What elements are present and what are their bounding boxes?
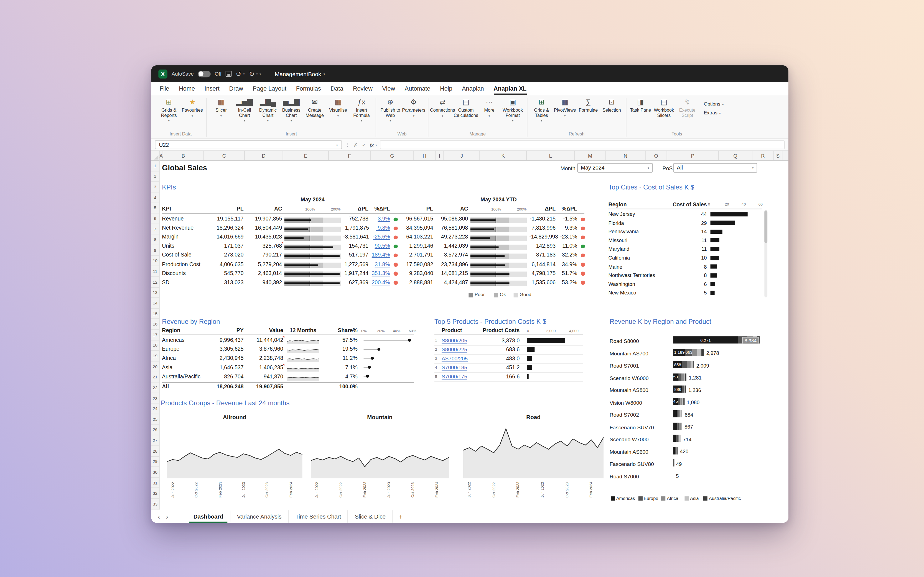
select-all-corner[interactable] bbox=[151, 151, 159, 161]
ribbon-button-grids-reports[interactable]: ⊞Grids & Reports▾ bbox=[157, 97, 181, 122]
row-header-30[interactable]: 30 bbox=[151, 467, 159, 477]
tabs-scroll-left-icon[interactable]: ‹ bbox=[155, 513, 163, 520]
row-header-26[interactable]: 26 bbox=[151, 425, 159, 435]
row-header-21[interactable]: 21 bbox=[151, 372, 159, 382]
row-header-23[interactable]: 23 bbox=[151, 393, 159, 404]
ribbon-button-dynamic-chart[interactable]: ▂▇▄Dynamic Chart▾ bbox=[256, 97, 279, 122]
ribbon-button-business-chart[interactable]: ▅▂▇Business Chart▾ bbox=[280, 97, 303, 122]
row-header-20[interactable]: 20 bbox=[151, 361, 159, 372]
row-header-9[interactable]: 9 bbox=[151, 245, 159, 256]
save-icon[interactable] bbox=[226, 71, 232, 77]
column-header-f[interactable]: F bbox=[329, 151, 371, 160]
row-header-13[interactable]: 13 bbox=[151, 287, 159, 298]
row-header-17[interactable]: 17 bbox=[151, 330, 159, 340]
formula-input[interactable] bbox=[380, 140, 785, 149]
add-sheet-button[interactable]: + bbox=[393, 513, 409, 520]
menu-tab-formulas[interactable]: Formulas bbox=[291, 83, 326, 94]
cancel-icon[interactable]: ✗ bbox=[353, 142, 359, 148]
ribbon-button-connections[interactable]: ⇄Connections▾ bbox=[431, 97, 454, 117]
ribbon-button-options[interactable]: Options▾ bbox=[704, 102, 724, 106]
row-header-28[interactable]: 28 bbox=[151, 446, 159, 456]
tp-product-link[interactable]: S8000/225 bbox=[442, 347, 467, 353]
menu-tab-data[interactable]: Data bbox=[326, 83, 348, 94]
column-header-j[interactable]: J bbox=[444, 151, 480, 160]
ribbon-button-formulae[interactable]: ∑Formulae bbox=[577, 97, 600, 113]
column-header-e[interactable]: E bbox=[283, 151, 329, 160]
menu-tab-anaplan[interactable]: Anaplan bbox=[457, 83, 489, 94]
tp-product-link[interactable]: S8000/205 bbox=[442, 338, 467, 344]
column-header-a[interactable]: A bbox=[160, 151, 163, 160]
ribbon-button-create-message[interactable]: ✉Create Message bbox=[303, 97, 326, 118]
row-header-16[interactable]: 16 bbox=[151, 319, 159, 330]
name-box[interactable]: U22▾ bbox=[155, 140, 342, 149]
quick-access-caret-icon[interactable]: ▾ bbox=[260, 72, 261, 76]
column-header-n[interactable]: N bbox=[606, 151, 646, 160]
column-header-o[interactable]: O bbox=[646, 151, 667, 160]
ribbon-button-favourites[interactable]: ★Favourites▾ bbox=[181, 97, 204, 117]
row-header-5[interactable]: 5 bbox=[151, 203, 159, 214]
sheet-tab-variance-analysis[interactable]: Variance Analysis bbox=[230, 510, 289, 523]
column-header-c[interactable]: C bbox=[204, 151, 245, 160]
undo-caret-icon[interactable]: ▾ bbox=[243, 72, 244, 76]
ribbon-button-parameters[interactable]: ⚙Parameters▾ bbox=[402, 97, 425, 117]
column-header-m[interactable]: M bbox=[575, 151, 606, 160]
sheet-tab-slice-dice[interactable]: Slice & Dice bbox=[348, 510, 393, 523]
redo-icon[interactable]: ↻ bbox=[249, 70, 255, 77]
row-header-32[interactable]: 32 bbox=[151, 488, 159, 499]
ribbon-button-custom-calculations[interactable]: ▤Custom Calculations bbox=[454, 97, 477, 118]
column-header-h[interactable]: H bbox=[414, 151, 436, 160]
ribbon-button-workbook-slicers[interactable]: ▤Workbook Slicers bbox=[652, 97, 675, 118]
menu-tab-home[interactable]: Home bbox=[174, 83, 200, 94]
tp-product-link[interactable]: S7000/175 bbox=[442, 373, 467, 379]
menu-tab-view[interactable]: View bbox=[377, 83, 400, 94]
column-header-g[interactable]: G bbox=[371, 151, 414, 160]
menu-tab-review[interactable]: Review bbox=[348, 83, 378, 94]
sheet-tab-dashboard[interactable]: Dashboard bbox=[187, 510, 230, 523]
ribbon-button-workbook-format[interactable]: ▣Workbook Format▾ bbox=[501, 97, 524, 122]
pos-filter-select[interactable]: All▾ bbox=[673, 163, 757, 173]
kpi-pct-link[interactable]: 3.9% bbox=[371, 216, 390, 222]
kpi-pct-link[interactable]: -9.8% bbox=[371, 225, 390, 231]
row-header-31[interactable]: 31 bbox=[151, 477, 159, 488]
autosave-toggle[interactable] bbox=[198, 70, 210, 77]
menu-tab-draw[interactable]: Draw bbox=[224, 83, 248, 94]
row-header-27[interactable]: 27 bbox=[151, 435, 159, 446]
row-header-7[interactable]: 7 bbox=[151, 224, 159, 235]
ribbon-button-more[interactable]: ⋯More▾ bbox=[478, 97, 501, 117]
menu-tab-file[interactable]: File bbox=[155, 83, 174, 94]
kpi-pct-link[interactable]: 31.8% bbox=[371, 261, 390, 267]
ribbon-button-grids-tables[interactable]: ⊞Grids & Tables▾ bbox=[530, 97, 553, 122]
sheet-tab-time-series-chart[interactable]: Time Series Chart bbox=[289, 510, 349, 523]
ribbon-button-task-pane[interactable]: ◨Task Pane bbox=[629, 97, 652, 113]
row-header-22[interactable]: 22 bbox=[151, 382, 159, 393]
row-header-25[interactable]: 25 bbox=[151, 414, 159, 425]
tabs-scroll-right-icon[interactable]: › bbox=[163, 513, 171, 520]
kpi-pct-link[interactable]: -25.6% bbox=[371, 234, 390, 240]
column-header-q[interactable]: Q bbox=[719, 151, 753, 160]
top-cities-scrollbar[interactable] bbox=[764, 210, 767, 298]
column-header-l[interactable]: L bbox=[527, 151, 575, 160]
menu-tab-insert[interactable]: Insert bbox=[200, 83, 224, 94]
row-header-2[interactable]: 2 bbox=[151, 171, 159, 182]
tp-product-link[interactable]: S7000/185 bbox=[442, 364, 467, 371]
undo-icon[interactable]: ↺ bbox=[236, 70, 241, 77]
month-filter-select[interactable]: May 2024▾ bbox=[577, 163, 653, 173]
row-header-11[interactable]: 11 bbox=[151, 266, 159, 277]
menu-tab-help[interactable]: Help bbox=[435, 83, 457, 94]
row-header-10[interactable]: 10 bbox=[151, 256, 159, 266]
kpi-pct-link[interactable]: 200.4% bbox=[371, 279, 390, 285]
kpi-pct-link[interactable]: 189.4% bbox=[371, 252, 390, 258]
insert-function-icon[interactable]: fx▾ bbox=[370, 142, 377, 148]
row-header-14[interactable]: 14 bbox=[151, 298, 159, 309]
tp-product-link[interactable]: AS700/205 bbox=[442, 355, 468, 361]
ribbon-button-pivotviews[interactable]: ▦PivotViews▾ bbox=[553, 97, 577, 117]
menu-tab-page-layout[interactable]: Page Layout bbox=[248, 83, 291, 94]
row-header-29[interactable]: 29 bbox=[151, 456, 159, 467]
row-header-12[interactable]: 12 bbox=[151, 277, 159, 287]
column-header-d[interactable]: D bbox=[245, 151, 283, 160]
workbook-title[interactable]: ManagementBook▾ bbox=[275, 70, 325, 77]
row-header-18[interactable]: 18 bbox=[151, 340, 159, 351]
ribbon-button-extras[interactable]: Extras▾ bbox=[704, 110, 724, 116]
row-header-1[interactable]: 1 bbox=[151, 161, 159, 171]
ribbon-button-publish-to-web[interactable]: ⊕Publish to Web▾ bbox=[379, 97, 402, 122]
